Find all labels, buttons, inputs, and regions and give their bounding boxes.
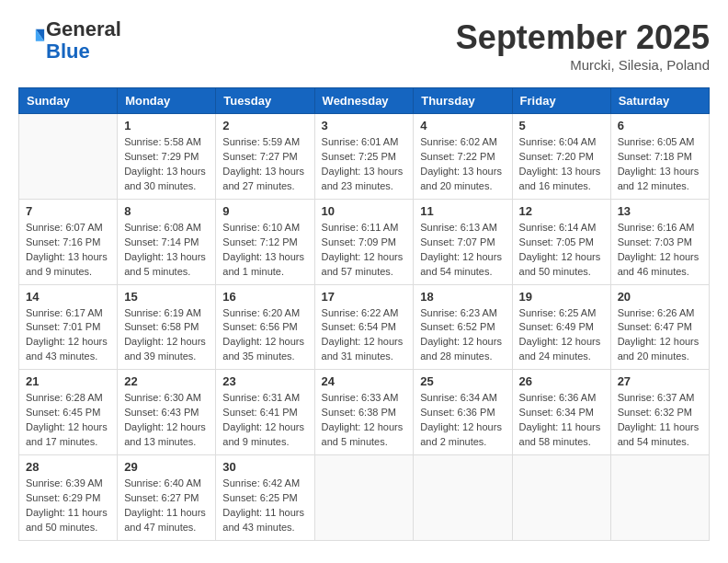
calendar-cell: 19Sunrise: 6:25 AM Sunset: 6:49 PM Dayli… [512,284,610,370]
header-day-saturday: Saturday [610,88,709,114]
day-info: Sunrise: 6:05 AM Sunset: 7:18 PM Dayligh… [618,135,702,194]
page-header: General Blue September 2025 Murcki, Sile… [18,18,710,73]
calendar-cell: 6Sunrise: 6:05 AM Sunset: 7:18 PM Daylig… [610,114,709,200]
calendar-cell [19,114,118,200]
calendar-cell: 16Sunrise: 6:20 AM Sunset: 6:56 PM Dayli… [216,284,314,370]
title-block: September 2025 Murcki, Silesia, Poland [456,18,710,73]
calendar-cell: 3Sunrise: 6:01 AM Sunset: 7:25 PM Daylig… [314,114,414,200]
calendar-cell: 9Sunrise: 6:10 AM Sunset: 7:12 PM Daylig… [216,199,314,284]
day-number: 27 [618,374,702,388]
calendar-cell: 10Sunrise: 6:11 AM Sunset: 7:09 PM Dayli… [314,199,414,284]
day-info: Sunrise: 6:37 AM Sunset: 6:32 PM Dayligh… [618,391,702,450]
calendar-cell: 22Sunrise: 6:30 AM Sunset: 6:43 PM Dayli… [118,370,216,455]
calendar-cell: 20Sunrise: 6:26 AM Sunset: 6:47 PM Dayli… [610,284,709,370]
day-info: Sunrise: 6:19 AM Sunset: 6:58 PM Dayligh… [124,306,209,365]
logo-icon [20,26,46,52]
header-day-friday: Friday [512,88,610,114]
day-info: Sunrise: 6:02 AM Sunset: 7:22 PM Dayligh… [420,135,505,194]
calendar-cell: 14Sunrise: 6:17 AM Sunset: 7:01 PM Dayli… [19,284,118,370]
day-number: 5 [519,119,604,132]
day-info: Sunrise: 6:04 AM Sunset: 7:20 PM Dayligh… [519,135,604,194]
calendar-cell: 28Sunrise: 6:39 AM Sunset: 6:29 PM Dayli… [19,455,118,541]
day-info: Sunrise: 6:14 AM Sunset: 7:05 PM Dayligh… [519,221,604,280]
day-number: 10 [322,204,407,218]
calendar-cell [512,455,610,541]
day-info: Sunrise: 6:13 AM Sunset: 7:07 PM Dayligh… [420,221,505,280]
day-number: 14 [26,290,110,304]
calendar-cell: 4Sunrise: 6:02 AM Sunset: 7:22 PM Daylig… [414,114,512,200]
day-number: 29 [124,460,209,474]
day-info: Sunrise: 6:26 AM Sunset: 6:47 PM Dayligh… [618,306,702,365]
day-info: Sunrise: 5:59 AM Sunset: 7:27 PM Dayligh… [222,135,307,194]
day-info: Sunrise: 6:10 AM Sunset: 7:12 PM Dayligh… [222,221,307,280]
month-title: September 2025 [456,18,710,57]
logo-blue-text: Blue [46,40,90,63]
calendar-cell: 15Sunrise: 6:19 AM Sunset: 6:58 PM Dayli… [118,284,216,370]
week-row-1: 1Sunrise: 5:58 AM Sunset: 7:29 PM Daylig… [19,114,710,200]
day-info: Sunrise: 6:42 AM Sunset: 6:25 PM Dayligh… [222,477,307,535]
header-day-tuesday: Tuesday [216,88,314,114]
day-info: Sunrise: 6:08 AM Sunset: 7:14 PM Dayligh… [124,221,209,280]
day-info: Sunrise: 6:23 AM Sunset: 6:52 PM Dayligh… [420,306,505,365]
day-number: 15 [124,290,209,304]
day-info: Sunrise: 6:16 AM Sunset: 7:03 PM Dayligh… [618,221,702,280]
calendar-cell: 8Sunrise: 6:08 AM Sunset: 7:14 PM Daylig… [118,199,216,284]
day-info: Sunrise: 6:22 AM Sunset: 6:54 PM Dayligh… [322,306,407,365]
week-row-2: 7Sunrise: 6:07 AM Sunset: 7:16 PM Daylig… [19,199,710,284]
calendar-cell: 17Sunrise: 6:22 AM Sunset: 6:54 PM Dayli… [314,284,414,370]
day-info: Sunrise: 6:20 AM Sunset: 6:56 PM Dayligh… [222,306,307,365]
day-number: 26 [519,374,604,388]
calendar-cell: 7Sunrise: 6:07 AM Sunset: 7:16 PM Daylig… [19,199,118,284]
header-day-wednesday: Wednesday [314,88,414,114]
day-info: Sunrise: 6:17 AM Sunset: 7:01 PM Dayligh… [26,306,110,365]
calendar-cell: 11Sunrise: 6:13 AM Sunset: 7:07 PM Dayli… [414,199,512,284]
day-number: 8 [124,204,209,218]
calendar-cell: 25Sunrise: 6:34 AM Sunset: 6:36 PM Dayli… [414,370,512,455]
day-number: 7 [26,204,110,218]
day-info: Sunrise: 6:39 AM Sunset: 6:29 PM Dayligh… [26,477,110,535]
day-number: 30 [222,460,307,474]
day-number: 9 [222,204,307,218]
calendar-cell: 18Sunrise: 6:23 AM Sunset: 6:52 PM Dayli… [414,284,512,370]
day-number: 12 [519,204,604,218]
day-number: 24 [322,374,407,388]
location-text: Murcki, Silesia, Poland [456,57,710,73]
day-number: 11 [420,204,505,218]
day-info: Sunrise: 6:01 AM Sunset: 7:25 PM Dayligh… [322,135,407,194]
day-number: 17 [322,290,407,304]
calendar-cell [414,455,512,541]
calendar-cell: 21Sunrise: 6:28 AM Sunset: 6:45 PM Dayli… [19,370,118,455]
day-number: 19 [519,290,604,304]
day-number: 18 [420,290,505,304]
day-number: 25 [420,374,505,388]
calendar-cell: 23Sunrise: 6:31 AM Sunset: 6:41 PM Dayli… [216,370,314,455]
day-number: 20 [618,290,702,304]
day-number: 16 [222,290,307,304]
day-info: Sunrise: 5:58 AM Sunset: 7:29 PM Dayligh… [124,135,209,194]
day-info: Sunrise: 6:36 AM Sunset: 6:34 PM Dayligh… [519,391,604,450]
day-number: 4 [420,119,505,132]
calendar-cell [314,455,414,541]
day-info: Sunrise: 6:40 AM Sunset: 6:27 PM Dayligh… [124,477,209,535]
calendar-cell: 1Sunrise: 5:58 AM Sunset: 7:29 PM Daylig… [118,114,216,200]
day-number: 3 [322,119,407,132]
logo-general-text: General [46,17,121,40]
week-row-4: 21Sunrise: 6:28 AM Sunset: 6:45 PM Dayli… [19,370,710,455]
day-info: Sunrise: 6:30 AM Sunset: 6:43 PM Dayligh… [124,391,209,450]
day-number: 2 [222,119,307,132]
day-info: Sunrise: 6:28 AM Sunset: 6:45 PM Dayligh… [26,391,110,450]
calendar-cell: 27Sunrise: 6:37 AM Sunset: 6:32 PM Dayli… [610,370,709,455]
header-day-thursday: Thursday [414,88,512,114]
logo: General Blue [18,18,121,63]
calendar-cell: 13Sunrise: 6:16 AM Sunset: 7:03 PM Dayli… [610,199,709,284]
day-number: 21 [26,374,110,388]
calendar-table: SundayMondayTuesdayWednesdayThursdayFrid… [18,87,710,541]
day-number: 13 [618,204,702,218]
day-info: Sunrise: 6:33 AM Sunset: 6:38 PM Dayligh… [322,391,407,450]
calendar-cell: 30Sunrise: 6:42 AM Sunset: 6:25 PM Dayli… [216,455,314,541]
calendar-cell: 26Sunrise: 6:36 AM Sunset: 6:34 PM Dayli… [512,370,610,455]
day-number: 22 [124,374,209,388]
week-row-5: 28Sunrise: 6:39 AM Sunset: 6:29 PM Dayli… [19,455,710,541]
day-number: 1 [124,119,209,132]
calendar-cell: 24Sunrise: 6:33 AM Sunset: 6:38 PM Dayli… [314,370,414,455]
